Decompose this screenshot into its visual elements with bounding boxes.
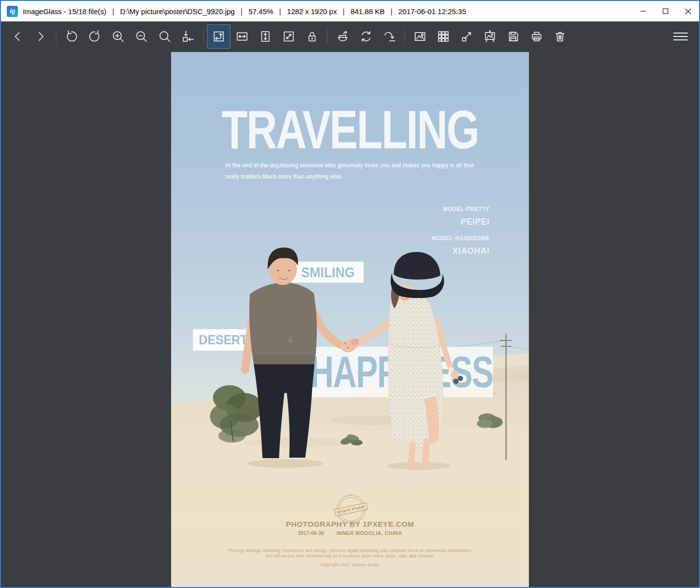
trash-icon bbox=[553, 30, 567, 43]
slideshow-icon bbox=[483, 30, 497, 43]
thumbnail-gallery-button[interactable] bbox=[432, 24, 455, 49]
delete-button[interactable] bbox=[548, 24, 572, 49]
lock-zoom-button[interactable] bbox=[300, 24, 324, 49]
fullscreen-button[interactable] bbox=[455, 24, 478, 49]
title-app-name: ImageGlass - 15/18 file(s) bbox=[23, 7, 106, 16]
title-divider: | bbox=[343, 7, 345, 16]
scale-to-height-button[interactable] bbox=[254, 24, 277, 49]
model-name: XIAOHAI bbox=[430, 246, 490, 256]
rotate-left-icon bbox=[65, 30, 78, 43]
toolbar-separator bbox=[404, 29, 405, 44]
print-button[interactable] bbox=[525, 24, 548, 49]
title-divider: | bbox=[279, 7, 281, 16]
slideshow-button[interactable] bbox=[478, 24, 502, 49]
title-zoom-level: 57.45% bbox=[248, 7, 273, 16]
zoom-in-button[interactable] bbox=[106, 24, 130, 49]
hamburger-menu-icon bbox=[673, 31, 688, 42]
scale-to-width-button[interactable] bbox=[230, 24, 254, 49]
date-location-line: 2017-06-30INNER MOGOLIA, CHINA bbox=[171, 530, 529, 536]
redo-button[interactable] bbox=[378, 24, 401, 49]
model-name: PEIPEI bbox=[430, 217, 490, 227]
lock-icon bbox=[305, 30, 319, 43]
man-figure bbox=[245, 248, 340, 458]
title-divider: | bbox=[390, 7, 392, 16]
scale-to-fit-icon bbox=[282, 30, 296, 43]
shoot-location: INNER MOGOLIA, CHINA bbox=[336, 530, 402, 536]
save-button[interactable] bbox=[502, 24, 525, 49]
studio-stamp: 1PXEYE STUDIO bbox=[336, 495, 366, 524]
close-button[interactable] bbox=[677, 1, 699, 21]
grid-icon bbox=[437, 30, 450, 43]
rotate-left-button[interactable] bbox=[60, 24, 83, 49]
next-image-button[interactable] bbox=[29, 24, 52, 49]
model-label: MODEL-HANDSOME bbox=[432, 235, 490, 242]
title-divider: | bbox=[112, 7, 114, 16]
model-label: MODEL-PRETTY bbox=[432, 206, 490, 213]
boat-export-icon bbox=[336, 30, 350, 43]
open-export-button[interactable] bbox=[331, 24, 354, 49]
title-file-path: D:\My picture\poster\DSC_9920.jpg bbox=[120, 7, 235, 16]
zoom-in-icon bbox=[111, 30, 125, 43]
fullscreen-icon bbox=[460, 30, 473, 43]
print-icon bbox=[530, 30, 543, 43]
model-credits: MODEL-PRETTY PEIPEI MODEL-HANDSOME XIAOH… bbox=[427, 206, 490, 256]
zoom-out-button[interactable] bbox=[130, 24, 153, 49]
maximize-button[interactable] bbox=[654, 1, 677, 21]
zoom-button[interactable] bbox=[153, 24, 176, 49]
poster-title: TRAVELLING bbox=[210, 103, 490, 157]
rotate-right-icon bbox=[88, 30, 102, 43]
close-icon bbox=[685, 8, 691, 15]
rotate-right-button[interactable] bbox=[83, 24, 106, 49]
minimize-icon bbox=[640, 8, 646, 14]
toolbar-separator bbox=[327, 29, 328, 44]
actual-size-icon bbox=[181, 30, 195, 43]
minimize-button[interactable] bbox=[632, 1, 654, 21]
shoot-date: 2017-06-30 bbox=[298, 530, 324, 536]
save-icon bbox=[507, 30, 520, 43]
woman-figure bbox=[356, 252, 463, 466]
titlebar[interactable]: ig ImageGlass - 15/18 file(s) | D:\My pi… bbox=[1, 1, 699, 21]
picture-button[interactable] bbox=[408, 24, 432, 49]
toolbar-separator bbox=[56, 29, 56, 44]
refresh-icon bbox=[359, 30, 373, 43]
scale-to-fit-button[interactable] bbox=[277, 24, 300, 49]
app-window: ig ImageGlass - 15/18 file(s) | D:\My pi… bbox=[0, 0, 700, 588]
scale-to-height-icon bbox=[259, 30, 272, 43]
image-viewer-canvas: SMILING DESERT HAPPINESS bbox=[1, 51, 699, 587]
toolbar bbox=[1, 21, 699, 51]
zoom-out-icon bbox=[135, 30, 148, 43]
chevron-right-icon bbox=[34, 30, 48, 43]
window-controls bbox=[632, 1, 699, 21]
title-dimensions: 1282 x 1920 px bbox=[287, 7, 337, 16]
title-divider: | bbox=[241, 7, 243, 16]
main-menu-button[interactable] bbox=[668, 25, 693, 48]
chevron-left-icon bbox=[11, 30, 24, 43]
toolbar-separator bbox=[203, 29, 204, 44]
maximize-icon bbox=[663, 8, 668, 14]
picture-icon bbox=[413, 30, 427, 43]
window-title: ImageGlass - 15/18 file(s) | D:\My pictu… bbox=[23, 7, 466, 16]
refresh-button[interactable] bbox=[354, 24, 378, 49]
redo-arrow-icon bbox=[383, 30, 396, 43]
app-logo-icon: ig bbox=[7, 6, 18, 17]
poster-subtitle: At the end of the day,having someone who… bbox=[225, 160, 473, 182]
displayed-image[interactable]: SMILING DESERT HAPPINESS bbox=[171, 52, 529, 587]
title-file-size: 841.88 KB bbox=[350, 7, 385, 16]
fine-print: Through strategic branding, responsive w… bbox=[171, 548, 529, 559]
zoom-icon bbox=[158, 30, 172, 43]
auto-zoom-icon bbox=[212, 30, 226, 43]
previous-image-button[interactable] bbox=[6, 24, 29, 49]
auto-zoom-button[interactable] bbox=[207, 24, 230, 49]
title-datetime: 2017-06-01 12:25:35 bbox=[398, 7, 466, 16]
photography-credit: PHOTOGRAPHY BY 1PXEYE.COM bbox=[171, 520, 529, 529]
actual-size-button[interactable] bbox=[176, 24, 200, 49]
copyright-line: Copyright 2017. 1pxeye studio. bbox=[171, 562, 529, 567]
scale-to-width-icon bbox=[235, 30, 249, 43]
